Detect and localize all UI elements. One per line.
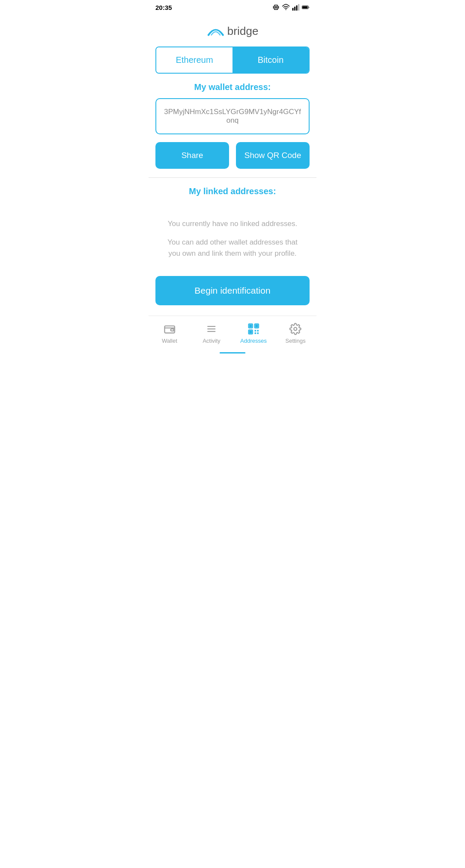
wallet-nav-icon bbox=[164, 323, 176, 335]
svg-rect-16 bbox=[249, 325, 251, 327]
battery-icon bbox=[302, 3, 310, 11]
logo-text: bridge bbox=[227, 25, 258, 38]
activity-nav-label: Activity bbox=[203, 338, 220, 344]
svg-rect-22 bbox=[257, 330, 259, 332]
nav-item-activity[interactable]: Activity bbox=[191, 320, 233, 347]
svg-rect-2 bbox=[273, 6, 274, 9]
settings-nav-label: Settings bbox=[285, 338, 306, 344]
show-qr-button[interactable]: Show QR Code bbox=[236, 142, 310, 169]
nav-item-wallet[interactable]: Wallet bbox=[149, 320, 191, 347]
nav-active-indicator bbox=[220, 352, 245, 353]
svg-rect-23 bbox=[254, 332, 256, 334]
wallet-nav-label: Wallet bbox=[162, 338, 177, 344]
svg-rect-18 bbox=[255, 325, 257, 327]
action-buttons: Share Show QR Code bbox=[155, 142, 310, 169]
svg-point-25 bbox=[294, 328, 297, 331]
nav-item-settings[interactable]: Settings bbox=[275, 320, 317, 347]
status-bar: 20:35 bbox=[149, 0, 316, 14]
addresses-nav-icon bbox=[248, 323, 260, 335]
svg-rect-1 bbox=[276, 6, 277, 9]
wallet-address: 3PMyjNHmXc1SsLYGrG9MV1yNgr4GCYfonq bbox=[164, 108, 301, 124]
empty-primary-text: You currently have no linked addresses. bbox=[168, 220, 298, 228]
share-button[interactable]: Share bbox=[155, 142, 229, 169]
linked-addresses-label: My linked addresses: bbox=[155, 186, 310, 196]
svg-rect-21 bbox=[254, 330, 256, 332]
nav-item-addresses[interactable]: Addresses bbox=[232, 320, 275, 347]
status-time: 20:35 bbox=[155, 4, 172, 11]
svg-rect-5 bbox=[292, 8, 294, 11]
tab-bitcoin[interactable]: Bitcoin bbox=[232, 47, 309, 73]
settings-nav-icon bbox=[289, 323, 301, 335]
svg-rect-10 bbox=[302, 6, 307, 8]
signal-icon bbox=[292, 3, 300, 11]
svg-rect-24 bbox=[257, 332, 259, 334]
wallet-address-label: My wallet address: bbox=[149, 82, 316, 92]
svg-rect-3 bbox=[278, 6, 279, 9]
tab-switcher: Ethereum Bitcoin bbox=[155, 46, 310, 74]
svg-point-4 bbox=[285, 9, 286, 10]
section-divider bbox=[149, 177, 316, 178]
wifi-icon bbox=[282, 3, 290, 11]
empty-state: You currently have no linked addresses. … bbox=[155, 202, 310, 276]
activity-nav-icon bbox=[205, 323, 217, 335]
svg-rect-20 bbox=[249, 331, 251, 333]
vibrate-icon bbox=[272, 3, 280, 11]
begin-identification-button[interactable]: Begin identification bbox=[155, 276, 310, 305]
tab-ethereum[interactable]: Ethereum bbox=[156, 47, 232, 73]
svg-rect-7 bbox=[296, 6, 298, 11]
logo-area: bridge bbox=[149, 14, 316, 46]
addresses-nav-label: Addresses bbox=[240, 338, 267, 344]
bottom-nav: Wallet Activity Addresses bbox=[149, 316, 316, 353]
svg-rect-6 bbox=[294, 7, 295, 11]
logo-icon bbox=[207, 24, 225, 38]
empty-secondary-text: You can add other wallet addresses that … bbox=[162, 237, 303, 259]
svg-rect-8 bbox=[298, 4, 299, 11]
wallet-address-box: 3PMyjNHmXc1SsLYGrG9MV1yNgr4GCYfonq bbox=[155, 98, 310, 134]
svg-rect-11 bbox=[164, 326, 174, 333]
status-icons bbox=[272, 3, 310, 11]
linked-section: My linked addresses: You currently have … bbox=[149, 186, 316, 276]
